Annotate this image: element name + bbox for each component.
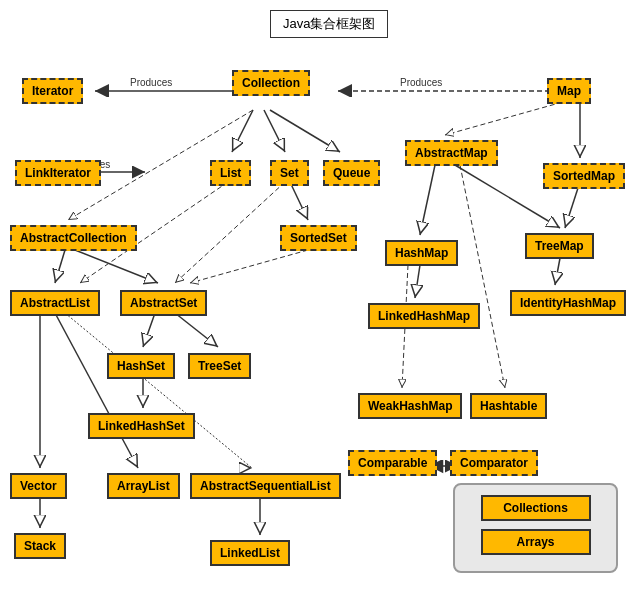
svg-line-11 [75, 250, 158, 283]
node-abstractsequentiallist: AbstractSequentialList [190, 473, 341, 499]
legend-box: Collections Arrays [453, 483, 618, 573]
svg-line-16 [143, 313, 155, 347]
svg-line-6 [270, 110, 340, 152]
node-iterator: Iterator [22, 78, 83, 104]
node-linkedhashmap: LinkedHashMap [368, 303, 480, 329]
svg-line-5 [264, 110, 285, 152]
svg-line-30 [565, 188, 578, 228]
node-treeset: TreeSet [188, 353, 251, 379]
svg-line-17 [175, 313, 218, 347]
svg-line-31 [415, 265, 420, 298]
node-comparable: Comparable [348, 450, 437, 476]
svg-line-14 [290, 182, 308, 220]
svg-line-15 [190, 250, 308, 283]
diagram-container: Java集合框架图 Produces Produces [0, 0, 643, 611]
node-abstractmap: AbstractMap [405, 140, 498, 166]
node-list: List [210, 160, 251, 186]
node-abstractset: AbstractSet [120, 290, 207, 316]
svg-line-33 [555, 258, 560, 285]
node-linkiterator: LinkIterator [15, 160, 101, 186]
node-hashset: HashSet [107, 353, 175, 379]
node-identityhashmap: IdentityHashMap [510, 290, 626, 316]
node-map: Map [547, 78, 591, 104]
svg-text:Produces: Produces [400, 77, 442, 88]
node-linkedlist: LinkedList [210, 540, 290, 566]
node-collections: Collections [481, 495, 591, 521]
svg-line-4 [232, 110, 253, 152]
svg-line-29 [460, 165, 505, 388]
svg-line-20 [55, 313, 138, 468]
node-set: Set [270, 160, 309, 186]
node-abstractcollection: AbstractCollection [10, 225, 137, 251]
node-stack: Stack [14, 533, 66, 559]
svg-line-27 [420, 165, 435, 235]
node-arraylist: ArrayList [107, 473, 180, 499]
node-treemap: TreeMap [525, 233, 594, 259]
node-arrays: Arrays [481, 529, 591, 555]
svg-line-10 [55, 250, 65, 283]
node-sortedset: SortedSet [280, 225, 357, 251]
node-sortedmap: SortedMap [543, 163, 625, 189]
node-collection: Collection [232, 70, 310, 96]
svg-line-25 [445, 100, 570, 135]
node-comparator: Comparator [450, 450, 538, 476]
svg-text:Produces: Produces [130, 77, 172, 88]
node-linkedhashset: LinkedHashSet [88, 413, 195, 439]
node-abstractlist: AbstractList [10, 290, 100, 316]
node-vector: Vector [10, 473, 67, 499]
node-queue: Queue [323, 160, 380, 186]
svg-line-13 [175, 182, 285, 283]
node-hashmap: HashMap [385, 240, 458, 266]
svg-line-21 [65, 313, 252, 468]
node-hashtable: Hashtable [470, 393, 547, 419]
node-weakhashmap: WeakHashMap [358, 393, 462, 419]
title-text: Java集合框架图 [283, 16, 375, 31]
title-box: Java集合框架图 [270, 10, 388, 38]
